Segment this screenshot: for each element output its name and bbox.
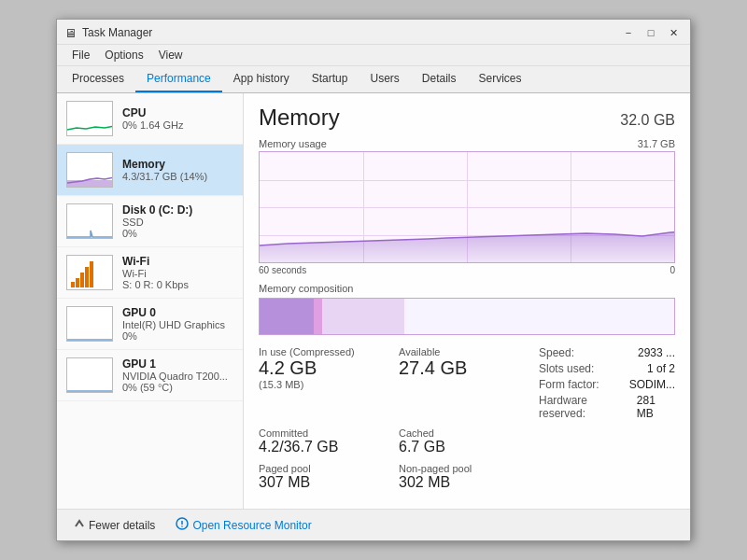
wifi-name: Wi-Fi (122, 255, 233, 268)
stat-formfactor-label: Form factor: (539, 378, 599, 391)
stat-slots-value: 1 of 2 (647, 362, 675, 375)
stat-hwreserved-label: Hardware reserved: (539, 394, 637, 420)
cpu-thumbnail (66, 101, 113, 136)
tab-performance[interactable]: Performance (135, 66, 222, 92)
gpu1-name: GPU 1 (122, 357, 233, 371)
disk-thumbnail (66, 203, 113, 239)
stat-speed-row: Speed: 2933 ... (539, 346, 675, 359)
memory-info: Memory 4.3/31.7 GB (14%) (122, 158, 233, 182)
tab-services[interactable]: Services (468, 66, 533, 92)
chart-time-start: 60 seconds (259, 265, 306, 275)
composition-label: Memory composition (259, 283, 675, 294)
cpu-name: CPU (122, 106, 233, 119)
wifi-info: Wi-Fi Wi-Fi S: 0 R: 0 Kbps (122, 255, 233, 290)
title-bar-controls: − □ ✕ (619, 25, 683, 40)
cpu-info: CPU 0% 1.64 GHz (122, 106, 233, 131)
gpu1-sub2: 0% (59 °C) (122, 382, 233, 393)
stat-spacer (539, 427, 675, 455)
close-button[interactable]: ✕ (664, 25, 683, 40)
comp-standby (322, 299, 405, 334)
stat-available-label: Available (399, 346, 535, 357)
gpu0-sub2: 0% (122, 330, 233, 342)
wifi-sub1: Wi-Fi (122, 268, 233, 279)
stat-paged: Paged pool 307 MB (259, 463, 395, 491)
stat-hwreserved-row: Hardware reserved: 281 MB (539, 394, 675, 420)
tab-processes[interactable]: Processes (61, 66, 135, 92)
stat-hwreserved-value: 281 MB (637, 394, 675, 420)
stat-speed-value: 2933 ... (638, 346, 675, 359)
svg-marker-0 (260, 228, 674, 262)
sidebar: CPU 0% 1.64 GHz Memory 4.3/31.7 GB (14%) (57, 93, 244, 509)
comp-inuse (260, 299, 314, 334)
disk-sub1: SSD (122, 217, 233, 228)
tab-startup[interactable]: Startup (301, 66, 359, 92)
stats-section: In use (Compressed) 4.2 GB (15.3 MB) Ava… (259, 346, 675, 491)
main-content: CPU 0% 1.64 GHz Memory 4.3/31.7 GB (14%) (57, 93, 690, 509)
fewer-details-label: Fewer details (89, 519, 155, 532)
resource-monitor-label: Open Resource Monitor (192, 519, 311, 532)
tab-details[interactable]: Details (411, 66, 468, 92)
memory-sub: 4.3/31.7 GB (14%) (122, 171, 233, 182)
sidebar-item-gpu0[interactable]: GPU 0 Intel(R) UHD Graphics 0% (57, 299, 243, 350)
title-bar-left: 🖥 Task Manager (64, 26, 152, 40)
stat-available-value: 27.4 GB (399, 357, 535, 379)
wifi-thumbnail (66, 255, 113, 290)
panel-total: 32.0 GB (620, 112, 675, 129)
memory-usage-chart-section: Memory usage 31.7 GB (259, 138, 675, 275)
panel-header: Memory 32.0 GB (259, 105, 675, 131)
disk-sub2: 0% (122, 228, 233, 239)
task-manager-window: 🖥 Task Manager − □ ✕ File Options View P… (56, 19, 691, 541)
stat-committed-value: 4.2/36.7 GB (259, 439, 395, 455)
composition-section: Memory composition (259, 283, 675, 335)
memory-usage-chart (259, 151, 675, 263)
menu-file[interactable]: File (64, 47, 97, 63)
chart-max-label: 31.7 GB (638, 138, 675, 149)
stat-available: Available 27.4 GB (399, 346, 535, 420)
title-bar: 🖥 Task Manager − □ ✕ (57, 20, 690, 45)
tab-users[interactable]: Users (359, 66, 410, 92)
stat-formfactor-value: SODIM... (629, 378, 675, 391)
stat-committed-label: Committed (259, 427, 395, 439)
performance-panel: Memory 32.0 GB Memory usage 31.7 GB (244, 93, 690, 509)
wifi-sub2: S: 0 R: 0 Kbps (122, 279, 233, 290)
menu-bar: File Options View (57, 45, 690, 66)
gpu0-thumbnail (66, 306, 113, 342)
fewer-details-button[interactable]: Fewer details (68, 515, 161, 535)
gpu1-info: GPU 1 NVIDIA Quadro T200... 0% (59 °C) (122, 357, 233, 393)
comp-free (404, 299, 674, 334)
composition-bar (259, 298, 675, 335)
disk-info: Disk 0 (C: D:) SSD 0% (122, 203, 233, 239)
window-title: Task Manager (82, 26, 152, 39)
stat-committed: Committed 4.2/36.7 GB (259, 427, 395, 455)
maximize-button[interactable]: □ (641, 25, 660, 40)
cpu-sub: 0% 1.64 GHz (122, 119, 233, 131)
panel-title: Memory (259, 105, 340, 131)
tab-app-history[interactable]: App history (222, 66, 301, 92)
svg-point-3 (182, 525, 184, 527)
menu-view[interactable]: View (151, 47, 190, 63)
resource-monitor-icon (176, 517, 189, 533)
resource-monitor-link[interactable]: Open Resource Monitor (176, 517, 311, 533)
sidebar-item-disk[interactable]: Disk 0 (C: D:) SSD 0% (57, 196, 243, 247)
window-icon: 🖥 (64, 26, 77, 40)
stat-slots-row: Slots used: 1 of 2 (539, 362, 675, 375)
gpu0-info: GPU 0 Intel(R) UHD Graphics 0% (122, 306, 233, 342)
sidebar-item-memory[interactable]: Memory 4.3/31.7 GB (14%) (57, 145, 243, 196)
minimize-button[interactable]: − (619, 25, 638, 40)
footer: Fewer details Open Resource Monitor (57, 509, 690, 540)
sidebar-item-gpu1[interactable]: GPU 1 NVIDIA Quadro T200... 0% (59 °C) (57, 350, 243, 401)
memory-thumbnail (66, 152, 113, 188)
disk-name: Disk 0 (C: D:) (122, 203, 233, 217)
menu-options[interactable]: Options (97, 47, 150, 63)
stat-inuse: In use (Compressed) 4.2 GB (15.3 MB) (259, 346, 395, 420)
gpu1-sub1: NVIDIA Quadro T200... (122, 371, 233, 382)
stat-nonpaged-label: Non-paged pool (399, 463, 535, 474)
sidebar-item-wifi[interactable]: Wi-Fi Wi-Fi S: 0 R: 0 Kbps (57, 247, 243, 299)
chart-time-row: 60 seconds 0 (259, 265, 675, 275)
right-stats: Speed: 2933 ... Slots used: 1 of 2 Form … (539, 346, 675, 420)
comp-modified (314, 299, 322, 334)
stat-slots-label: Slots used: (539, 362, 594, 375)
sidebar-item-cpu[interactable]: CPU 0% 1.64 GHz (57, 93, 243, 145)
chart-label-row: Memory usage 31.7 GB (259, 138, 675, 149)
chevron-up-icon (74, 518, 85, 532)
